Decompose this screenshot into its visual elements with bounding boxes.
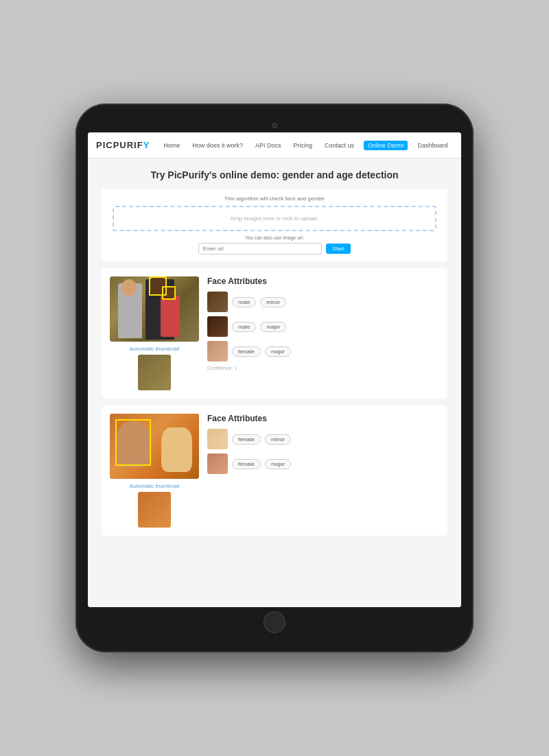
face-row-1-1: male minor	[207, 292, 439, 312]
site-content: Try PicPurify's online demo: gender and …	[88, 158, 461, 607]
face-thumb-1-1	[207, 292, 228, 312]
result-left-2: Automatic thumbnail	[110, 414, 199, 528]
face-thumb-1-3	[207, 341, 228, 362]
person-woman-head	[121, 279, 137, 296]
person-child-silhouette	[161, 296, 180, 337]
thumbnail-small-2	[138, 492, 171, 528]
age-tag-1-1: minor	[260, 297, 286, 307]
gender-tag-2-2: female	[232, 459, 261, 469]
face-box-child	[162, 286, 176, 300]
face-box-mother	[115, 419, 151, 466]
result-card-1: Automatic thumbnail Face Attributes male…	[102, 268, 447, 399]
tablet-device: PICPURIFY Home How does it work? API Doc…	[75, 104, 474, 652]
page-title: Try PicPurify's online demo: gender and …	[102, 169, 447, 180]
face-thumb-1-2	[207, 316, 228, 337]
algo-description: This algorithm will check face and gende…	[113, 196, 436, 202]
result-right-2: Face Attributes female minor	[207, 414, 439, 478]
site-logo: PICPURIFY	[96, 140, 150, 150]
thumbnail-small-1	[138, 355, 171, 390]
face-row-2-2: female major	[207, 453, 439, 474]
nav-pricing[interactable]: Pricing	[290, 141, 315, 150]
face-thumb-2-2	[207, 453, 228, 474]
result-left-1: Automatic thumbnail	[110, 276, 199, 390]
confidence-1: Confidence: 1	[207, 366, 439, 370]
age-tag-2-2: major	[265, 459, 291, 469]
result-image-1	[110, 276, 199, 342]
age-tag-1-2: major	[260, 322, 286, 332]
age-tag-2-1: minor	[265, 434, 291, 445]
nav-dashboard[interactable]: Dashboard	[414, 141, 450, 150]
site-navigation: PICPURIFY Home How does it work? API Doc…	[88, 132, 461, 158]
nav-links: Home How does it work? API Docs Pricing …	[161, 141, 453, 150]
upload-section: This algorithm will check face and gende…	[102, 189, 447, 261]
url-label: You can also use image url:	[113, 235, 436, 240]
thumbnail-label-1: Automatic thumbnail	[130, 346, 179, 352]
nav-online-demo[interactable]: Online Demo	[364, 141, 408, 150]
face-row-1-3: female major	[207, 341, 439, 362]
thumbnail-label-2: Automatic thumbnail	[130, 483, 179, 489]
url-input-row: Start	[113, 243, 436, 255]
gender-tag-1-3: female	[232, 346, 261, 357]
face-attr-title-1: Face Attributes	[207, 276, 439, 286]
start-button[interactable]: Start	[326, 244, 351, 254]
gender-tag-2-1: female	[232, 434, 261, 445]
face-attr-title-2: Face Attributes	[207, 414, 439, 423]
face-thumb-2-1	[207, 429, 228, 449]
result-right-1: Face Attributes male minor	[207, 276, 439, 370]
tablet-home-button[interactable]	[264, 611, 285, 633]
drop-zone[interactable]: Drop images here or click to upload.	[113, 206, 436, 231]
face-row-1-2: male major	[207, 316, 439, 337]
result-card-2: Automatic thumbnail Face Attributes fema…	[102, 405, 447, 536]
nav-home[interactable]: Home	[161, 141, 183, 150]
face-row-2-1: female minor	[207, 429, 439, 449]
tablet-screen: PICPURIFY Home How does it work? API Doc…	[88, 132, 461, 607]
nav-contact[interactable]: Contact us	[322, 141, 357, 150]
nav-how[interactable]: How does it work?	[189, 141, 246, 150]
baby-shape	[161, 427, 192, 472]
gender-tag-1-2: male	[232, 322, 256, 332]
result-image-2	[110, 414, 199, 479]
tablet-camera	[272, 123, 277, 128]
url-input[interactable]	[198, 243, 322, 255]
age-tag-1-3: major	[265, 346, 291, 357]
gender-tag-1-1: male	[232, 297, 256, 307]
nav-api[interactable]: API Docs	[253, 141, 284, 150]
